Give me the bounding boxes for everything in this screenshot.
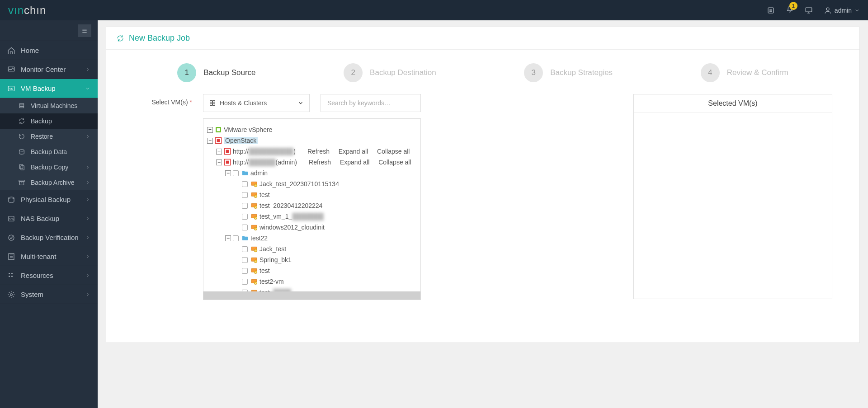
tree-node[interactable]: test: [207, 265, 417, 276]
sidebar-item-vm-backup[interactable]: VM Backup: [0, 79, 98, 98]
tree-node-label: Jack_test: [259, 245, 286, 253]
tree-collapse-all[interactable]: Collapse all: [378, 159, 411, 166]
chevron-right-icon: [85, 197, 90, 202]
verify-icon: [7, 234, 15, 242]
tree-node[interactable]: Jack_test: [207, 244, 417, 254]
user-menu[interactable]: admin: [824, 6, 860, 14]
refresh-icon: [18, 117, 25, 125]
tree-node[interactable]: test_vm_1_███████: [207, 211, 417, 222]
svg-rect-36: [226, 161, 229, 164]
tree-node-label: windows2012_cloudinit: [259, 224, 325, 231]
home-icon: [7, 47, 15, 55]
sidebar-item-resources[interactable]: Resources: [0, 266, 98, 285]
tree-node[interactable]: −admin: [207, 168, 417, 178]
tree-checkbox[interactable]: [242, 214, 248, 220]
panel-title: New Backup Job: [106, 27, 859, 50]
tree-checkbox[interactable]: [242, 268, 248, 274]
list-icon[interactable]: [767, 6, 775, 14]
sidebar-item-backup-verification[interactable]: Backup Verification: [0, 228, 98, 247]
tree-node[interactable]: Spring_bk1: [207, 254, 417, 265]
tree-toggle[interactable]: +: [207, 127, 213, 133]
tree-checkbox[interactable]: [242, 279, 248, 285]
sidebar-subitem-backup-copy[interactable]: Backup Copy: [0, 159, 98, 175]
vm-icon: [250, 180, 258, 188]
tree-node[interactable]: +http://██████████) Refresh Expand all C…: [207, 146, 417, 157]
tree-node[interactable]: −test22: [207, 233, 417, 244]
tree-checkbox[interactable]: [233, 235, 239, 241]
wizard-step-4[interactable]: 4Review & Confirm: [701, 63, 788, 82]
tree-node[interactable]: Jack_test_20230710115134: [207, 178, 417, 189]
vm-tree: +VMware vSphere−OpenStack+http://███████…: [203, 118, 421, 300]
tree-checkbox[interactable]: [242, 203, 248, 209]
stack-icon: [18, 102, 25, 109]
tree-toggle[interactable]: −: [216, 159, 222, 165]
svg-rect-30: [217, 128, 220, 131]
tree-node[interactable]: −OpenStack: [207, 135, 417, 146]
selected-vms-title: Selected VM(s): [634, 94, 832, 113]
chevron-right-icon: [85, 254, 90, 259]
notification-badge: 1: [789, 2, 797, 10]
tree-checkbox[interactable]: [242, 181, 248, 187]
svg-rect-34: [226, 150, 229, 153]
tree-checkbox[interactable]: [242, 246, 248, 252]
system-icon: [7, 291, 15, 299]
view-selector[interactable]: Hosts & Clusters: [203, 94, 310, 112]
tree-node-label: test: [259, 267, 270, 274]
screen-icon[interactable]: [805, 6, 813, 14]
tree-toggle[interactable]: −: [225, 235, 231, 241]
chevron-down-icon: [85, 86, 90, 91]
chevron-right-icon: [85, 134, 90, 139]
sidebar-item-system[interactable]: System: [0, 285, 98, 304]
nas-icon: [7, 215, 15, 223]
sidebar-toggle[interactable]: [78, 24, 91, 37]
tree-node-label: Jack_test_20230710115134: [259, 180, 339, 188]
wizard-step-1[interactable]: 1Backup Source: [177, 63, 255, 82]
sidebar-subitem-backup-archive[interactable]: Backup Archive: [0, 175, 98, 190]
sidebar-subitem-backup-data[interactable]: Backup Data: [0, 144, 98, 159]
tree-node[interactable]: test2-vm: [207, 276, 417, 287]
search-input[interactable]: [321, 94, 421, 112]
vm-icon: [7, 84, 15, 93]
tree-checkbox[interactable]: [242, 257, 248, 263]
openstack-icon: [224, 159, 231, 166]
tree-node-label: test: [259, 191, 270, 198]
tree-refresh[interactable]: Refresh: [307, 148, 330, 155]
sidebar: Home Monitor Center VM Backup Virtual Ma…: [0, 20, 98, 408]
chevron-right-icon: [85, 164, 90, 170]
openstack-icon: [224, 148, 231, 155]
scrollbar-track[interactable]: [203, 291, 420, 300]
tree-node-label: Spring_bk1: [259, 256, 292, 263]
tree-collapse-all[interactable]: Collapse all: [377, 148, 410, 155]
sidebar-item-nas-backup[interactable]: NAS Backup: [0, 209, 98, 228]
topbar: vınchın 1 admin: [0, 0, 868, 20]
wizard-step-2[interactable]: 2Backup Destination: [344, 63, 436, 82]
sidebar-item-monitor-center[interactable]: Monitor Center: [0, 60, 98, 79]
sidebar-item-home[interactable]: Home: [0, 41, 98, 60]
sidebar-item-multi-tenant[interactable]: Multi-tenant: [0, 247, 98, 266]
tree-node[interactable]: +VMware vSphere: [207, 124, 417, 135]
tree-checkbox[interactable]: [233, 170, 239, 176]
tree-expand-all[interactable]: Expand all: [340, 159, 369, 166]
tree-node[interactable]: −http://██████(admin) Refresh Expand all…: [207, 157, 417, 168]
monitor-icon: [7, 66, 15, 74]
sidebar-subitem-virtual-machines[interactable]: Virtual Machines: [0, 98, 98, 113]
tree-node[interactable]: windows2012_cloudinit: [207, 222, 417, 233]
notifications-button[interactable]: 1: [786, 5, 794, 15]
user-icon: [824, 6, 832, 14]
sidebar-item-physical-backup[interactable]: Physical Backup: [0, 190, 98, 209]
resources-icon: [7, 272, 15, 280]
tree-toggle[interactable]: −: [207, 138, 213, 144]
wizard-step-3[interactable]: 3Backup Strategies: [524, 63, 613, 82]
tree-expand-all[interactable]: Expand all: [339, 148, 368, 155]
nav-list: Home Monitor Center VM Backup Virtual Ma…: [0, 41, 98, 304]
svg-rect-32: [217, 139, 220, 142]
tree-node[interactable]: test_20230412202224: [207, 200, 417, 211]
tree-checkbox[interactable]: [242, 225, 248, 230]
tree-toggle[interactable]: −: [225, 170, 231, 176]
tree-checkbox[interactable]: [242, 192, 248, 198]
tree-refresh[interactable]: Refresh: [309, 159, 331, 166]
tree-toggle[interactable]: +: [216, 149, 222, 155]
sidebar-subitem-backup[interactable]: Backup: [0, 113, 98, 129]
sidebar-subitem-restore[interactable]: Restore: [0, 129, 98, 144]
tree-node[interactable]: test: [207, 189, 417, 200]
